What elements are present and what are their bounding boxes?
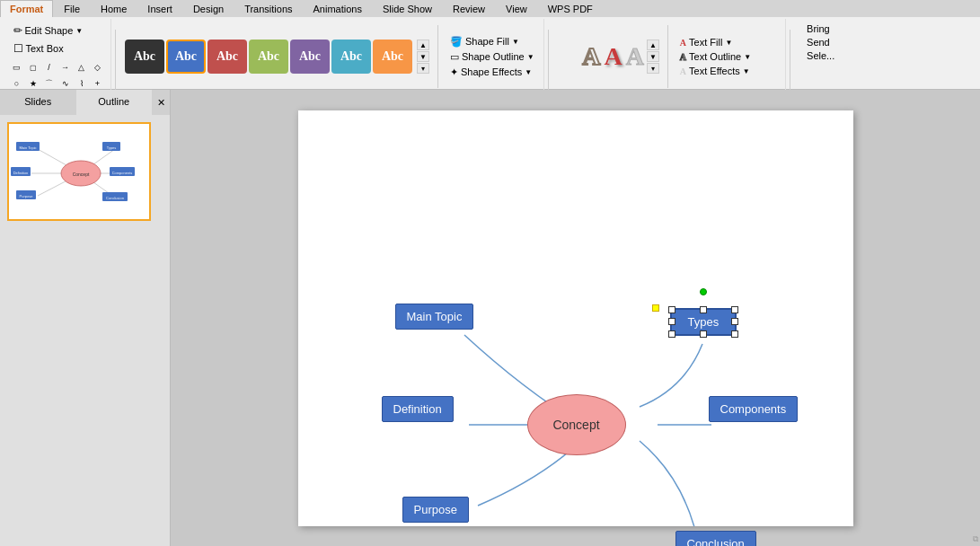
style-blue[interactable]: Abc [166, 40, 206, 74]
components-label: Components [720, 402, 787, 416]
rotate-handle[interactable] [700, 288, 707, 295]
wordart-scroll: ▲ ▼ ▾ [647, 40, 659, 74]
text-box-icon: ☐ [13, 42, 23, 55]
effects-icon: ✦ [450, 66, 458, 78]
style-scroll-more[interactable]: ▾ [417, 63, 429, 74]
style-dark[interactable]: Abc [125, 40, 164, 74]
tab-view[interactable]: View [496, 0, 537, 17]
resize-handle-ml[interactable] [668, 318, 675, 325]
text-effects-icon: A [680, 66, 686, 76]
style-red[interactable]: Abc [207, 40, 247, 74]
rect-shape[interactable]: ▭ [10, 60, 24, 75]
text-fill-button[interactable]: A Text Fill ▼ [676, 36, 755, 48]
types-node[interactable]: Types [670, 308, 737, 336]
main-topic-node[interactable]: Main Topic [395, 304, 474, 330]
svg-text:Concept: Concept [73, 172, 90, 177]
wordart-scroll-more[interactable]: ▾ [647, 63, 659, 74]
triangle-shape[interactable]: △ [75, 60, 89, 75]
style-orange[interactable]: Abc [373, 40, 412, 74]
slide-canvas[interactable]: Main Topic Definition Purpose Concept [298, 110, 853, 526]
resize-handle-bc[interactable] [700, 330, 707, 338]
style-orange-label: Abc [382, 49, 403, 64]
style-purple[interactable]: Abc [290, 40, 330, 74]
shape-outline-button[interactable]: ▭ Shape Outline ▼ [446, 50, 538, 64]
arrow-shape[interactable]: → [58, 60, 73, 75]
shape-styles-expand[interactable]: ⧉ [973, 534, 978, 544]
tab-review[interactable]: Review [443, 0, 495, 17]
tab-file[interactable]: File [54, 0, 90, 17]
panel-close-button[interactable]: ✕ [152, 90, 170, 115]
freeform-shape[interactable]: ∿ [58, 76, 73, 91]
text-box-button[interactable]: ☐ Text Box [10, 40, 67, 57]
shape-options: 🪣 Shape Fill ▼ ▭ Shape Outline ▼ ✦ Shape… [446, 35, 538, 79]
wordart-gradient-a[interactable]: A [604, 42, 622, 71]
resize-handle-tc[interactable] [700, 306, 707, 313]
shape-fill-button[interactable]: 🪣 Shape Fill ▼ [446, 35, 538, 48]
curve-shape[interactable]: ⌒ [42, 76, 57, 91]
resize-handle-tr[interactable] [731, 306, 738, 313]
wordart-light-a[interactable]: A [626, 42, 644, 71]
text-outline-button[interactable]: A Text Outline ▼ [676, 50, 755, 63]
fill-icon: 🪣 [450, 36, 463, 48]
conclusion-node[interactable]: Conclusion [675, 531, 756, 547]
slides-tab[interactable]: Slides [0, 90, 76, 115]
select-button[interactable]: Sele... [803, 49, 838, 62]
wordart-scroll-up[interactable]: ▲ [647, 40, 659, 50]
concept-node[interactable]: Concept [527, 394, 626, 455]
svg-text:Purpose: Purpose [20, 194, 34, 198]
definition-node[interactable]: Definition [382, 396, 454, 422]
resize-handle-mr[interactable] [731, 318, 738, 325]
style-green-label: Abc [258, 49, 279, 64]
style-dark-label: Abc [134, 49, 155, 64]
purpose-node[interactable]: Purpose [402, 497, 469, 523]
wordart-samples: A A A [582, 42, 644, 71]
send-button[interactable]: Send [803, 36, 834, 48]
tab-transitions[interactable]: Transitions [234, 0, 302, 17]
tab-home[interactable]: Home [91, 0, 137, 17]
oval-shape[interactable]: ○ [10, 76, 24, 91]
style-teal-label: Abc [340, 49, 362, 64]
star-shape[interactable]: ★ [26, 76, 40, 91]
slide-thumbnail[interactable]: Concept Main Topic Definition Purpose Ty… [7, 122, 151, 221]
shape-effects-button[interactable]: ✦ Shape Effects ▼ [446, 66, 538, 79]
tab-insert[interactable]: Insert [137, 0, 182, 17]
ribbon: Format File Home Insert Design Transitio… [0, 0, 980, 90]
components-node[interactable]: Components [709, 396, 799, 422]
tab-animations[interactable]: Animations [304, 0, 372, 17]
shapes-grid: ▭ ▢ / → △ ◇ ○ ★ ⌒ ∿ ⌇ + [10, 60, 105, 91]
tab-design[interactable]: Design [183, 0, 234, 17]
resize-handle-br[interactable] [731, 330, 738, 338]
style-scroll-down[interactable]: ▼ [417, 51, 429, 62]
style-red-label: Abc [216, 49, 238, 64]
style-samples: Abc Abc Abc Abc Abc Abc [125, 40, 412, 74]
tab-slideshow[interactable]: Slide Show [373, 0, 442, 17]
text-effects-button[interactable]: A Text Effects ▼ [676, 65, 755, 77]
divider-4 [667, 25, 668, 88]
yellow-handle[interactable] [652, 304, 659, 312]
bring-button[interactable]: Bring [803, 22, 834, 35]
types-box: Types [670, 308, 737, 336]
resize-handle-tl[interactable] [668, 306, 675, 313]
wordart-outline-a[interactable]: A [582, 42, 600, 71]
line-shape[interactable]: / [42, 60, 57, 75]
round-rect-shape[interactable]: ▢ [26, 60, 40, 75]
divider-1 [115, 30, 116, 92]
outline-tab[interactable]: Outline [76, 90, 153, 115]
connector-shape[interactable]: ⌇ [75, 76, 89, 91]
style-green[interactable]: Abc [249, 40, 288, 74]
main-area: Slides Outline ✕ Concept [0, 90, 980, 546]
edit-shape-button[interactable]: ✏ Edit Shape ▼ [10, 22, 87, 39]
diamond-shape[interactable]: ◇ [91, 60, 105, 75]
tab-format[interactable]: Format [0, 0, 53, 17]
more-shape[interactable]: + [91, 76, 105, 91]
text-effects-chevron: ▼ [743, 67, 750, 75]
style-scroll: ▲ ▼ ▾ [417, 40, 429, 74]
slide-thumbnail-area: Concept Main Topic Definition Purpose Ty… [0, 115, 170, 546]
resize-handle-bl[interactable] [668, 330, 675, 338]
wordart-scroll-down[interactable]: ▼ [647, 51, 659, 62]
style-teal[interactable]: Abc [331, 40, 371, 74]
tab-wpspdf[interactable]: WPS PDF [538, 0, 603, 17]
slide-panel: Slides Outline ✕ Concept [0, 90, 171, 546]
style-scroll-up[interactable]: ▲ [417, 40, 429, 50]
main-topic-label: Main Topic [407, 310, 463, 323]
